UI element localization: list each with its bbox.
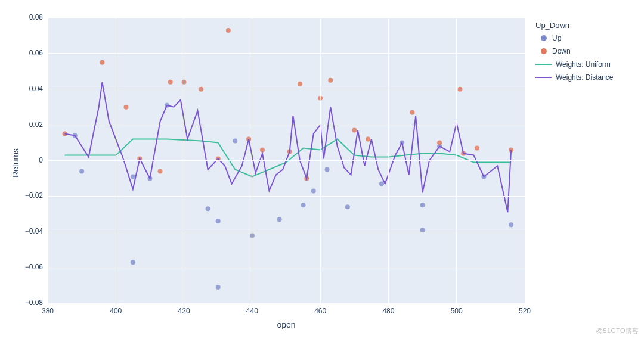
dot-icon xyxy=(541,48,547,54)
y-tick-label: 0.04 xyxy=(0,85,43,93)
y-tick-label: −0.06 xyxy=(0,263,43,271)
point-down[interactable] xyxy=(226,28,231,33)
watermark: @51CTO博客 xyxy=(596,326,639,335)
point-up[interactable] xyxy=(509,222,513,227)
y-gridline xyxy=(48,303,525,304)
dot-icon xyxy=(541,35,547,41)
point-down[interactable] xyxy=(328,78,333,83)
point-up[interactable] xyxy=(131,260,135,265)
point-up[interactable] xyxy=(233,139,237,144)
y-tick-label: −0.08 xyxy=(0,298,43,307)
x-axis-label: open xyxy=(268,320,304,329)
legend-item-down[interactable]: Down xyxy=(535,45,614,57)
legend-label: Weights: Uniform xyxy=(556,60,611,69)
legend[interactable]: Up_Down Up Down Weights: Uniform Weights… xyxy=(535,21,614,83)
y-gridline xyxy=(48,125,525,125)
point-down[interactable] xyxy=(475,146,479,151)
x-tick-label: 500 xyxy=(448,307,466,315)
line-icon xyxy=(535,64,552,65)
x-tick-label: 380 xyxy=(39,307,57,315)
point-up[interactable] xyxy=(345,204,350,209)
legend-label: Down xyxy=(552,47,571,55)
point-up[interactable] xyxy=(206,206,210,211)
x-tick-label: 400 xyxy=(107,307,125,315)
y-tick-label: 0 xyxy=(0,156,43,164)
point-up[interactable] xyxy=(420,203,425,207)
legend-title: Up_Down xyxy=(535,21,614,30)
y-gridline xyxy=(48,89,525,89)
point-up[interactable] xyxy=(131,174,135,179)
y-tick-label: −0.02 xyxy=(0,191,43,200)
chart-container: Returns open Up_Down Up Down Weights: Un… xyxy=(0,0,644,339)
point-up[interactable] xyxy=(301,203,306,207)
y-gridline xyxy=(48,18,525,18)
line-icon xyxy=(535,77,552,78)
point-down[interactable] xyxy=(100,60,104,65)
line-distance[interactable] xyxy=(65,82,512,213)
point-down[interactable] xyxy=(352,128,357,133)
point-up[interactable] xyxy=(79,169,84,173)
point-up[interactable] xyxy=(216,219,221,223)
y-gridline xyxy=(48,160,525,161)
point-down[interactable] xyxy=(437,141,442,145)
y-gridline xyxy=(48,268,525,268)
x-tick-label: 480 xyxy=(379,307,397,315)
x-tick-label: 440 xyxy=(243,307,261,315)
point-up[interactable] xyxy=(325,167,330,172)
x-tick-label: 460 xyxy=(311,307,329,315)
x-tick-label: 420 xyxy=(175,307,193,315)
legend-item-distance[interactable]: Weights: Distance xyxy=(535,71,614,83)
y-tick-label: 0.06 xyxy=(0,49,43,57)
y-gridline xyxy=(48,196,525,197)
y-tick-label: 0.02 xyxy=(0,120,43,129)
point-up[interactable] xyxy=(379,181,384,186)
point-up[interactable] xyxy=(311,188,316,193)
y-gridline xyxy=(48,232,525,232)
point-down[interactable] xyxy=(168,80,173,85)
point-down[interactable] xyxy=(410,110,414,115)
y-tick-label: −0.04 xyxy=(0,227,43,235)
point-up[interactable] xyxy=(277,217,282,222)
x-tick-label: 520 xyxy=(516,307,534,315)
point-down[interactable] xyxy=(158,169,163,173)
line-uniform[interactable] xyxy=(65,139,512,177)
point-down[interactable] xyxy=(298,82,302,86)
legend-label: Weights: Distance xyxy=(556,73,614,82)
legend-item-uniform[interactable]: Weights: Uniform xyxy=(535,58,614,70)
point-down[interactable] xyxy=(366,137,370,142)
legend-label: Up xyxy=(552,34,561,42)
point-down[interactable] xyxy=(260,148,265,153)
point-down[interactable] xyxy=(123,105,128,110)
y-tick-label: 0.08 xyxy=(0,13,43,21)
y-gridline xyxy=(48,53,525,54)
legend-item-up[interactable]: Up xyxy=(535,32,614,44)
point-up[interactable] xyxy=(216,285,221,290)
